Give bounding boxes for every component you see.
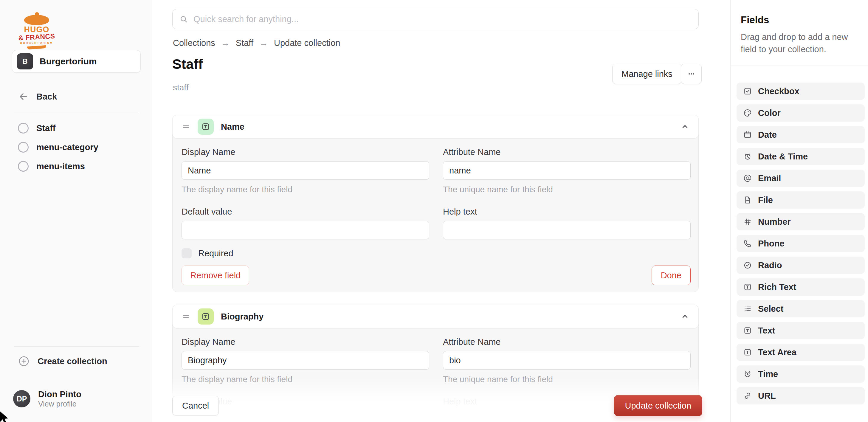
field-type-datetime[interactable]: Date & Time — [737, 148, 865, 165]
required-checkbox[interactable] — [182, 248, 192, 258]
back-button[interactable]: Back — [18, 91, 57, 102]
breadcrumb-staff[interactable]: Staff — [236, 38, 253, 48]
main-panel: Collections Staff Update collection Staf… — [151, 0, 730, 422]
manage-links-button[interactable]: Manage links — [612, 64, 682, 84]
chevron-up-icon[interactable] — [681, 122, 689, 131]
workspace-card[interactable]: B Burgertorium — [12, 50, 141, 73]
collection-label: menu-items — [36, 162, 85, 171]
breadcrumb-collections[interactable]: Collections — [173, 38, 215, 48]
color-icon — [743, 108, 752, 118]
field-type-url[interactable]: URL — [737, 387, 865, 404]
default-value-input[interactable] — [182, 221, 429, 239]
sidebar-item-menu-category[interactable]: menu-category — [18, 142, 98, 153]
page-subtitle: staff — [173, 83, 188, 92]
checkbox-icon — [743, 87, 752, 96]
done-button[interactable]: Done — [652, 265, 691, 285]
attribute-name-input[interactable] — [443, 161, 691, 180]
alarm-clock-icon — [743, 152, 752, 161]
field-type-text-area[interactable]: Text Area — [737, 344, 865, 361]
profile-button[interactable]: DP Dion Pinto View profile — [13, 389, 82, 408]
boxed-t-icon — [743, 326, 752, 335]
fields-panel-description: Drag and drop to add a new field to your… — [741, 31, 861, 56]
fields-panel: Fields Drag and drop to add a new field … — [730, 0, 868, 422]
collection-circle-icon — [18, 161, 29, 172]
field-type-phone[interactable]: Phone — [737, 235, 865, 252]
radio-check-icon — [743, 261, 752, 270]
logo-line3: BURGERTORIUM — [14, 41, 59, 44]
sidebar-item-staff[interactable]: Staff — [18, 123, 98, 133]
divider — [14, 346, 139, 347]
field-type-number[interactable]: Number — [737, 213, 865, 230]
text-field-icon — [197, 309, 214, 325]
breadcrumb-arrow-icon — [221, 38, 230, 48]
field-type-label: Color — [758, 108, 781, 118]
display-name-help: The display name for this field — [182, 185, 429, 195]
field-type-select[interactable]: Select — [737, 300, 865, 317]
hash-icon — [743, 217, 752, 226]
field-type-label: Select — [758, 304, 783, 314]
display-name-input[interactable] — [182, 161, 429, 180]
calendar-icon — [743, 130, 752, 139]
workspace-name: Burgertorium — [40, 56, 97, 66]
sidebar-item-menu-items[interactable]: menu-items — [18, 161, 98, 172]
burger-base-icon — [27, 45, 46, 50]
drag-handle-icon[interactable] — [182, 122, 190, 131]
field-type-date[interactable]: Date — [737, 126, 865, 143]
search-input[interactable] — [193, 14, 692, 25]
field-type-label: Date — [758, 130, 777, 140]
avatar: DP — [13, 390, 30, 408]
field-card-name: Name Display Name The display name for t… — [172, 115, 699, 292]
cancel-button[interactable]: Cancel — [172, 396, 219, 416]
divider — [731, 66, 868, 66]
update-collection-button[interactable]: Update collection — [614, 395, 702, 416]
field-type-label: Email — [758, 173, 781, 183]
more-options-button[interactable] — [681, 64, 702, 84]
field-type-email[interactable]: Email — [737, 170, 865, 187]
plus-circle-icon — [18, 355, 30, 367]
drag-handle-icon[interactable] — [182, 312, 190, 321]
link-icon — [743, 391, 752, 400]
brand-logo: HUGO & FRANCS BURGERTORIUM — [14, 15, 59, 49]
field-type-label: Number — [758, 217, 791, 227]
field-type-rich-text[interactable]: Rich Text — [737, 278, 865, 296]
file-icon — [743, 195, 752, 204]
boxed-t-icon — [743, 348, 752, 357]
field-type-label: File — [758, 195, 773, 205]
text-field-icon — [197, 119, 214, 135]
field-card-header[interactable]: Biography — [172, 304, 699, 328]
search-bar[interactable] — [172, 9, 699, 29]
field-type-label: Phone — [758, 239, 784, 249]
attribute-name-help: The unique name for this field — [443, 185, 691, 195]
display-name-input[interactable] — [182, 351, 429, 369]
field-type-label: Text Area — [758, 348, 797, 357]
profile-name: Dion Pinto — [38, 389, 82, 399]
attribute-name-input[interactable] — [443, 351, 691, 369]
help-text-input[interactable] — [443, 221, 691, 239]
field-type-time[interactable]: Time — [737, 365, 865, 383]
field-card-header[interactable]: Name — [172, 115, 699, 138]
field-type-text[interactable]: Text — [737, 322, 865, 339]
field-type-radio[interactable]: Radio — [737, 257, 865, 274]
chevron-up-icon[interactable] — [681, 312, 689, 321]
breadcrumb: Collections Staff Update collection — [173, 38, 340, 48]
logo-line2: & FRANCS — [14, 32, 59, 42]
collection-label: menu-category — [36, 142, 98, 152]
search-icon — [179, 14, 188, 24]
collection-circle-icon — [18, 123, 29, 133]
field-type-label: Rich Text — [758, 282, 796, 292]
boxed-t-icon — [743, 283, 752, 291]
divider — [14, 113, 139, 113]
field-type-checkbox[interactable]: Checkbox — [737, 83, 865, 100]
fields-panel-title: Fields — [741, 14, 866, 26]
bulleted-list-icon — [743, 304, 752, 313]
field-type-color[interactable]: Color — [737, 104, 865, 122]
attribute-name-label: Attribute Name — [443, 147, 691, 157]
create-collection-label: Create collection — [37, 356, 107, 366]
mouse-cursor — [0, 411, 11, 422]
remove-field-button[interactable]: Remove field — [182, 265, 249, 285]
field-type-file[interactable]: File — [737, 191, 865, 208]
create-collection-button[interactable]: Create collection — [18, 355, 107, 367]
back-label: Back — [36, 92, 57, 102]
display-name-label: Display Name — [182, 147, 429, 157]
field-card-title: Biography — [221, 312, 264, 322]
